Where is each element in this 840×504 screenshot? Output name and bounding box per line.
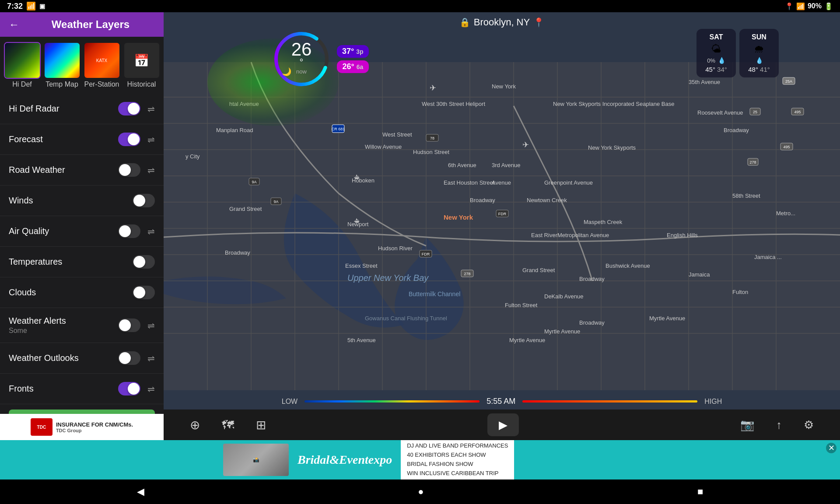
layer-item-airquality: Air Quality ⇌ xyxy=(0,216,164,247)
ad-line2: 40 EXHIBITORS EACH SHOW xyxy=(407,451,508,460)
svg-text:Hudson Street: Hudson Street xyxy=(413,149,449,155)
android-nav-bar: ◀ ● ■ xyxy=(0,480,840,504)
recent-nav-button[interactable]: ■ xyxy=(697,486,703,497)
svg-text:🌙: 🌙 xyxy=(282,67,292,77)
panel-ad: TDC INSURANCE FOR CNM/CMs. TDC Group xyxy=(0,414,164,440)
play-button[interactable]: ▶ xyxy=(487,413,519,436)
camera-icon[interactable]: 📷 xyxy=(740,418,754,432)
main-content: ← Weather Layers Hi Def Temp Map KATX xyxy=(0,12,840,440)
toggle-knob-clouds xyxy=(133,287,145,298)
back-button[interactable]: ← xyxy=(9,18,19,31)
toggle-temperatures[interactable] xyxy=(133,255,155,269)
toggle-knob-fronts xyxy=(128,383,140,395)
svg-text:Willow Avenue: Willow Avenue xyxy=(365,144,402,150)
panel-title: Weather Layers xyxy=(26,18,155,31)
preview-perstation[interactable]: KATX Per-Station xyxy=(83,42,120,88)
panel-header: ← Weather Layers xyxy=(0,12,164,37)
toggle-weatheralerts[interactable] xyxy=(118,318,140,332)
svg-text:25A: 25A xyxy=(785,79,792,84)
sliders-icon-roadweather[interactable]: ⇌ xyxy=(147,165,155,175)
sliders-icon-forecast[interactable]: ⇌ xyxy=(147,134,155,145)
svg-text:New York Skyports Incorporated: New York Skyports Incorporated Seaplane … xyxy=(553,101,675,107)
time-center-display: 5:55 AM xyxy=(486,397,515,406)
sim-icon: 📶 xyxy=(26,1,36,11)
svg-text:9A: 9A xyxy=(252,180,256,184)
svg-text:58th Street: 58th Street xyxy=(732,192,760,199)
svg-text:✈: ✈ xyxy=(522,140,529,149)
share-icon[interactable]: ↑ xyxy=(776,418,782,432)
layer-name-forecast: Forecast xyxy=(9,134,118,144)
forecast-sat: SAT 🌤 0% 💧 45° 34° xyxy=(696,29,736,77)
svg-text:West Street: West Street xyxy=(382,131,412,138)
now-label: now xyxy=(291,68,312,75)
sliders-icon-weatheroutlooks[interactable]: ⇌ xyxy=(147,353,155,364)
svg-text:25: 25 xyxy=(753,110,757,114)
svg-text:Bushwick Avenue: Bushwick Avenue xyxy=(606,262,650,269)
svg-text:Broadway: Broadway xyxy=(724,127,749,133)
svg-text:FDR: FDR xyxy=(498,212,507,216)
svg-text:Fulton Street: Fulton Street xyxy=(505,302,538,308)
forecast-icon-sun: 🌧 xyxy=(746,43,772,55)
back-nav-button[interactable]: ◀ xyxy=(137,486,144,497)
svg-text:Broadway: Broadway xyxy=(579,319,605,326)
add-layer-button[interactable]: + Add xyxy=(9,410,155,414)
preview-label-tempmap: Temp Map xyxy=(46,80,78,88)
preview-historical[interactable]: 📅 Historical xyxy=(123,42,160,88)
toggle-roadweather[interactable] xyxy=(118,163,140,177)
preview-img-hidef xyxy=(4,42,41,79)
layers-icon[interactable]: ⊞ xyxy=(256,418,266,432)
sliders-icon-airquality[interactable]: ⇌ xyxy=(147,226,155,237)
svg-text:35th Avenue: 35th Avenue xyxy=(689,79,720,85)
svg-text:Myrtle Avenue: Myrtle Avenue xyxy=(509,337,545,343)
svg-text:Jamaica: Jamaica xyxy=(689,271,710,278)
ad-close-button[interactable]: ✕ xyxy=(826,443,836,453)
layer-controls-clouds xyxy=(133,286,155,299)
forecast-sun: SUN 🌧 💧 48° 41° xyxy=(739,29,779,77)
layer-controls-hidef: ⇌ xyxy=(118,102,155,116)
toggle-hidef[interactable] xyxy=(118,102,140,116)
sliders-icon-hidef[interactable]: ⇌ xyxy=(147,104,155,114)
toggle-airquality[interactable] xyxy=(118,224,140,238)
current-weather-widget: 🌙 26 ° now 37° 3p 26° 6a xyxy=(273,31,369,88)
sliders-icon-weatheralerts[interactable]: ⇌ xyxy=(147,320,155,331)
preview-hidef[interactable]: Hi Def xyxy=(4,42,41,88)
svg-text:West 30th Street Heliport: West 30th Street Heliport xyxy=(422,101,485,107)
layer-item-weatheralerts: Weather Alerts Some ⇌ xyxy=(0,308,164,343)
layer-item-hidef: Hi Def Radar ⇌ xyxy=(0,94,164,124)
toggle-weatheroutlooks[interactable] xyxy=(118,351,140,365)
forecast-precip-sat: 0% 💧 xyxy=(704,57,729,64)
location-header: 🔒 Brooklyn, NY 📍 xyxy=(459,17,544,28)
time-gradient-bar-right xyxy=(522,400,697,402)
low-time: 6a xyxy=(357,63,364,70)
toggle-clouds[interactable] xyxy=(133,286,155,299)
svg-text:⛴: ⛴ xyxy=(354,217,360,224)
preview-tempmap[interactable]: Temp Map xyxy=(43,42,80,88)
layer-item-winds: Winds xyxy=(0,186,164,216)
map-area[interactable]: 9A 9A 78 FDR FDR 278 25A 278 25 495 xyxy=(164,12,840,440)
svg-text:FDR: FDR xyxy=(422,252,430,256)
settings-icon[interactable]: ⚙ xyxy=(804,418,814,432)
toggle-forecast[interactable] xyxy=(118,133,140,146)
svg-text:Broadway: Broadway xyxy=(225,249,250,256)
svg-text:✈: ✈ xyxy=(430,84,436,92)
layer-controls-airquality: ⇌ xyxy=(118,224,155,238)
location-target-icon[interactable]: ⊕ xyxy=(190,418,200,432)
svg-text:htal Avenue: htal Avenue xyxy=(229,101,259,107)
highlow-temps: 37° 3p 26° 6a xyxy=(337,45,369,73)
sliders-icon-fronts[interactable]: ⇌ xyxy=(147,384,155,394)
forecast-icon-sat: 🌤 xyxy=(704,43,729,55)
toggle-winds[interactable] xyxy=(133,194,155,207)
map-toolbar-right: 📷 ↑ ⚙ xyxy=(740,418,814,432)
home-nav-button[interactable]: ● xyxy=(418,486,424,497)
svg-text:English Hills: English Hills xyxy=(667,232,698,238)
time-high-label: HIGH xyxy=(704,398,722,406)
layer-name-airquality: Air Quality xyxy=(9,226,118,236)
svg-text:Roosevelt Avenue: Roosevelt Avenue xyxy=(697,109,743,116)
map-icon[interactable]: 🗺 xyxy=(222,418,234,432)
svg-text:Hudson River: Hudson River xyxy=(378,245,413,252)
toggle-fronts[interactable] xyxy=(118,382,140,396)
current-temp: 26 xyxy=(291,40,312,59)
svg-text:Fulton: Fulton xyxy=(732,289,748,295)
wifi-icon: 📶 xyxy=(796,2,805,10)
high-time: 3p xyxy=(356,48,363,55)
